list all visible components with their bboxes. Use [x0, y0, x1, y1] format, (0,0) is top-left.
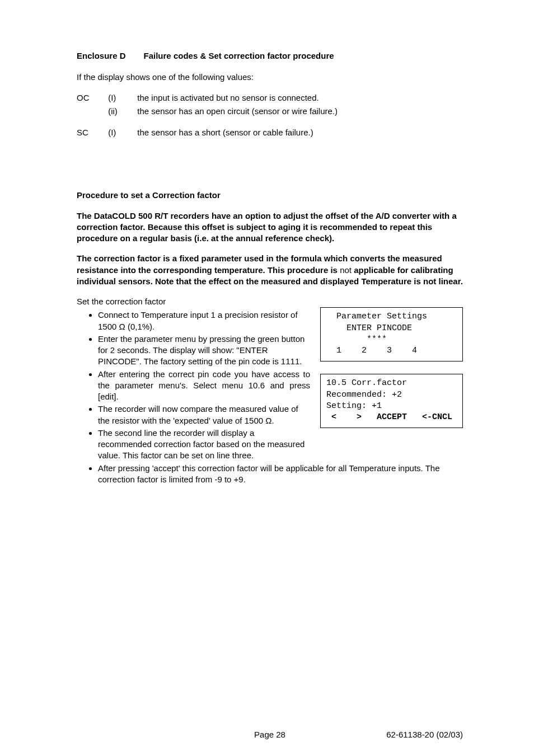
code-sc-text-1: the sensor has a short (sensor or cable … [137, 127, 313, 138]
code-oc-roman-2: (ii) [108, 106, 135, 117]
set-correction-title: Set the correction factor [77, 296, 463, 307]
bullet-list-continued: After pressing 'accept' this correction … [77, 463, 463, 486]
list-item: The recorder will now compare the measur… [98, 403, 310, 426]
display-panel-corrfactor: 10.5 Corr.factor Recommended: +2 Setting… [320, 374, 463, 428]
code-sc-roman-1: (I) [108, 127, 135, 138]
codes-block: OC (I) the input is activated but no sen… [77, 92, 463, 139]
list-item: The second line the recorder will displa… [98, 428, 310, 462]
footer-page-number: Page 28 [77, 729, 463, 740]
list-item: After entering the correct pin code you … [98, 369, 310, 403]
list-item: After pressing 'accept' this correction … [98, 463, 463, 486]
code-oc-roman-1: (I) [108, 92, 135, 104]
paragraph-1: The DataCOLD 500 R/T recorders have an o… [77, 210, 463, 245]
list-item: Connect to Temperature input 1 a precisi… [98, 309, 310, 332]
enclosure-label: Enclosure D [77, 51, 126, 60]
code-oc-text-1: the input is activated but no sensor is … [137, 92, 318, 104]
paragraph-2: The correction factor is a fixed paramet… [77, 253, 463, 287]
code-oc-text-2: the sensor has an open circuit (sensor o… [137, 106, 338, 117]
enclosure-heading: Enclosure DFailure codes & Set correctio… [77, 50, 463, 62]
code-sc-label: SC [77, 127, 106, 138]
code-oc-label: OC [77, 92, 106, 104]
page-footer: Page 28 62-61138-20 (02/03) [77, 729, 463, 740]
list-item: Enter the parameter menu by pressing the… [98, 334, 310, 368]
intro-text: If the display shows one of the followin… [77, 72, 463, 83]
procedure-title: Procedure to set a Correction factor [77, 190, 463, 201]
bullet-list: Connect to Temperature input 1 a precisi… [77, 309, 310, 461]
enclosure-title: Failure codes & Set correction factor pr… [144, 51, 334, 60]
display-panel-pincode: Parameter Settings ENTER PINCODE **** 1 … [320, 307, 463, 361]
